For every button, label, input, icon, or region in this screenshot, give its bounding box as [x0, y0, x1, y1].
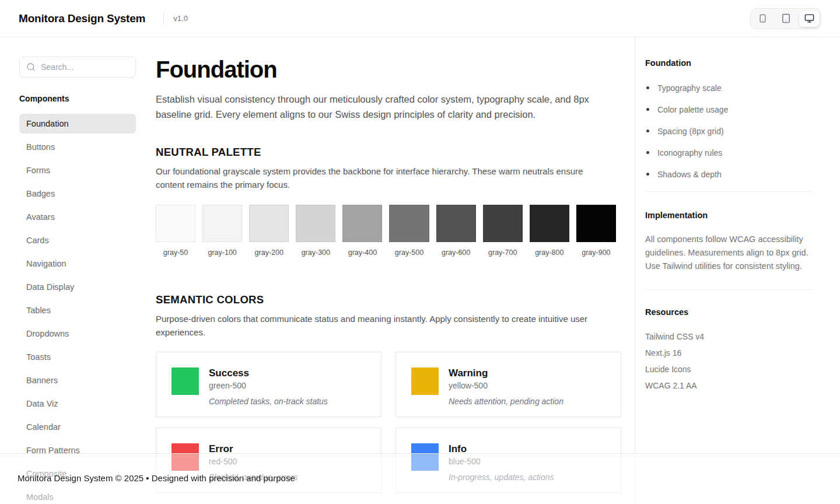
sidebar-nav: FoundationButtonsFormsBadgesAvatarsCards…	[19, 114, 136, 504]
sidebar-item-foundation[interactable]: Foundation	[19, 114, 136, 134]
card-description: Needs attention, pending action	[449, 397, 564, 406]
color-swatch-gray-400	[342, 205, 382, 242]
color-swatch-gray-100	[202, 205, 242, 242]
color-swatch-gray-800	[530, 205, 569, 242]
toc-heading: Foundation	[645, 58, 813, 68]
success-color-card: Successgreen-500Completed tasks, on-trac…	[156, 352, 382, 417]
sidebar-item-tables[interactable]: Tables	[19, 300, 136, 320]
sidebar-item-dropdowns[interactable]: Dropdowns	[19, 324, 136, 344]
toc-list: Typography scaleColor palette usageSpaci…	[645, 83, 813, 179]
sidebar-item-toasts[interactable]: Toasts	[19, 347, 136, 367]
swatch-label: gray-300	[296, 249, 335, 257]
sidebar-item-cards[interactable]: Cards	[19, 230, 136, 250]
implementation-heading: Implementation	[645, 211, 813, 220]
tablet-icon	[781, 13, 791, 23]
swatch-label: gray-200	[249, 249, 289, 257]
color-swatch-gray-200	[249, 205, 289, 242]
bullet-dot-icon	[646, 130, 649, 132]
smartphone-preview-button[interactable]	[752, 10, 772, 27]
monitor-icon	[804, 13, 814, 23]
toc-item-color-palette-usage: Color palette usage	[645, 105, 813, 114]
device-preview-switcher	[750, 8, 821, 29]
page-title: Foundation	[156, 55, 610, 83]
card-body: Successgreen-500Completed tasks, on-trac…	[209, 368, 328, 401]
toc-item-label: Typography scale	[657, 83, 722, 93]
toc-item-iconography-rules: Iconography rules	[645, 148, 813, 158]
swatch-label: gray-800	[530, 249, 569, 257]
swatch-label: gray-100	[202, 249, 242, 257]
sidebar-item-calendar[interactable]: Calendar	[19, 417, 136, 437]
toc-sidebar: Foundation Typography scaleColor palette…	[635, 37, 840, 504]
swatch-label: gray-50	[156, 249, 195, 257]
swatch-cell-gray-50: gray-50	[156, 205, 195, 257]
resource-item-lucide-icons: Lucide Icons	[645, 365, 813, 374]
swatch-cell-gray-600: gray-600	[436, 205, 476, 257]
bullet-dot-icon	[646, 151, 649, 154]
app-header: Monitora Design System v1.0	[0, 0, 840, 37]
resource-item-next-js-16: Next.js 16	[645, 349, 813, 358]
card-body: Warningyellow-500Needs attention, pendin…	[449, 368, 564, 401]
sidebar-item-avatars[interactable]: Avatars	[19, 207, 136, 227]
app-title: Monitora Design System	[19, 12, 145, 25]
sidebar-item-data-viz[interactable]: Data Viz	[19, 394, 136, 414]
toc-item-label: Iconography rules	[657, 148, 722, 158]
monitor-preview-button[interactable]	[799, 10, 819, 27]
sidebar-item-navigation[interactable]: Navigation	[19, 254, 136, 274]
version-badge: v1.0	[173, 14, 188, 23]
color-swatch-gray-300	[296, 205, 335, 242]
warning-color-card: Warningyellow-500Needs attention, pendin…	[396, 352, 621, 417]
implementation-text: All components follow WCAG accessibility…	[645, 233, 813, 273]
bullet-dot-icon	[646, 173, 649, 176]
bullet-dot-icon	[646, 108, 649, 111]
footer: Monitora Design System © 2025 • Designed…	[0, 453, 840, 504]
toc-item-shadows-depth: Shadows & depth	[645, 170, 813, 179]
search-box[interactable]	[19, 57, 136, 78]
swatch-cell-gray-100: gray-100	[202, 205, 242, 257]
card-name: Success	[209, 368, 328, 379]
swatch-cell-gray-900: gray-900	[576, 205, 616, 257]
sidebar-item-badges[interactable]: Badges	[19, 184, 136, 204]
sidebar: Components FoundationButtonsFormsBadgesA…	[0, 37, 149, 504]
sidebar-item-buttons[interactable]: Buttons	[19, 137, 136, 157]
smartphone-icon	[758, 14, 767, 23]
swatch-label: gray-600	[436, 249, 476, 257]
tablet-preview-button[interactable]	[776, 10, 796, 27]
semantic-colors-heading: SEMANTIC COLORS	[156, 293, 610, 306]
swatch-label: gray-400	[342, 249, 382, 257]
card-token: yellow-500	[449, 381, 564, 390]
sidebar-item-data-display[interactable]: Data Display	[19, 277, 136, 297]
neutral-palette-heading: NEUTRAL PALETTE	[156, 146, 610, 159]
sidebar-item-banners[interactable]: Banners	[19, 370, 136, 390]
color-swatch-gray-900	[576, 205, 616, 242]
swatch-cell-gray-700: gray-700	[483, 205, 523, 257]
swatch-label: gray-500	[389, 249, 429, 257]
footer-text: Monitora Design System © 2025 • Designed…	[18, 473, 295, 483]
toc-divider	[645, 191, 813, 192]
sidebar-section-label: Components	[19, 94, 136, 103]
toc-item-label: Shadows & depth	[657, 170, 722, 179]
color-swatch-gray-700	[483, 205, 523, 242]
toc-item-spacing-8px-grid: Spacing (8px grid)	[645, 127, 813, 136]
toc-divider-2	[645, 289, 813, 290]
main-content: Foundation Establish visual consistency …	[149, 37, 635, 504]
warning-swatch	[411, 368, 439, 395]
card-token: green-500	[209, 381, 328, 390]
resource-item-wcag-2-1-aa: WCAG 2.1 AA	[645, 382, 813, 390]
swatch-cell-gray-200: gray-200	[249, 205, 289, 257]
bullet-dot-icon	[646, 86, 649, 89]
swatch-cell-gray-400: gray-400	[342, 205, 382, 257]
toc-item-label: Spacing (8px grid)	[657, 127, 724, 136]
swatch-label: gray-700	[483, 249, 523, 257]
success-swatch	[172, 368, 199, 395]
search-input[interactable]	[41, 62, 146, 72]
page-intro: Establish visual consistency through our…	[156, 92, 593, 122]
gray-swatch-row: gray-50gray-100gray-200gray-300gray-400g…	[156, 205, 616, 257]
swatch-cell-gray-500: gray-500	[389, 205, 429, 257]
header-brand: Monitora Design System v1.0	[19, 12, 188, 25]
color-swatch-gray-500	[389, 205, 429, 242]
page-layout: Components FoundationButtonsFormsBadgesA…	[0, 37, 840, 504]
card-name: Warning	[449, 368, 564, 379]
neutral-palette-section: NEUTRAL PALETTE Our foundational graysca…	[156, 146, 610, 257]
color-swatch-gray-600	[436, 205, 476, 242]
sidebar-item-forms[interactable]: Forms	[19, 160, 136, 180]
